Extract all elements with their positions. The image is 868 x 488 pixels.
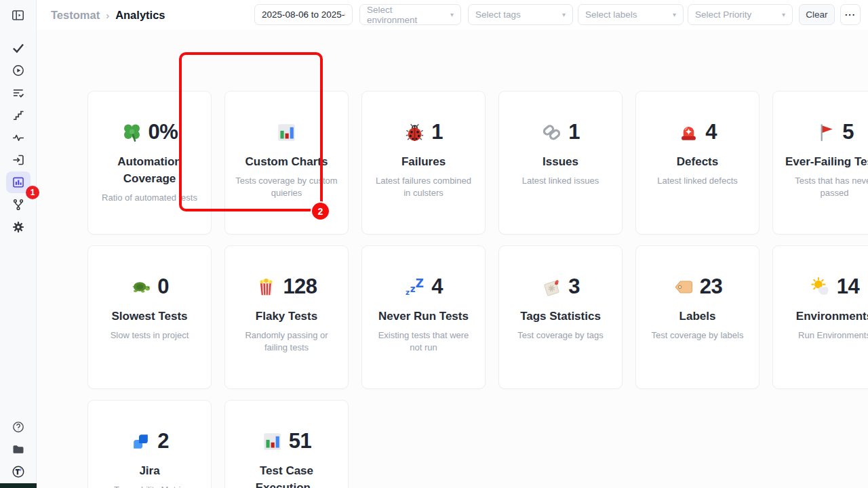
clover-icon <box>121 122 142 143</box>
card-value: 3 <box>568 274 580 299</box>
card-tags-statistics[interactable]: 3Tags StatisticsTest coverage by tags <box>498 245 623 389</box>
date-range-input[interactable] <box>254 4 353 25</box>
filter-select-tags[interactable]: Select tags▾ <box>468 4 573 25</box>
filter-select-labels[interactable]: Select labels▾ <box>578 4 684 25</box>
card-title: Ever-Failing Tests <box>784 153 868 170</box>
card-failures[interactable]: 1FailuresLatest failures combined in cul… <box>361 91 486 235</box>
card-issues[interactable]: 1IssuesLatest linked issues <box>498 91 623 235</box>
filter-select-priority[interactable]: Select Priority▾ <box>688 4 793 25</box>
card-stat: 51 <box>225 429 348 453</box>
card-flaky-tests[interactable]: 128Flaky TestsRandomly passing or failin… <box>224 245 349 389</box>
bottom-cutoff-bar <box>0 483 37 488</box>
card-title: Jira <box>99 462 201 479</box>
analytics-icon <box>12 176 25 189</box>
card-title: Never Run Tests <box>373 308 475 325</box>
sidebar-item-import[interactable] <box>6 149 31 171</box>
tag-icon <box>673 277 694 298</box>
ladybug-icon <box>404 122 425 143</box>
card-title: Environments <box>784 308 868 325</box>
card-stat: 14 <box>773 274 868 299</box>
breadcrumb-project[interactable]: Testomat <box>51 9 100 22</box>
svg-text:z: z <box>410 283 416 293</box>
card-value: 0 <box>157 274 169 299</box>
card-stat: 3 <box>499 274 622 299</box>
sidebar-item-help[interactable] <box>6 416 31 438</box>
gear-icon <box>12 220 25 234</box>
sidebar-item-gear[interactable] <box>6 216 31 238</box>
card-never-run-tests[interactable]: zzZ4Never Run TestsExisting tests that w… <box>361 245 486 389</box>
card-environments[interactable]: 14EnvironmentsRun Environments <box>772 245 868 389</box>
card-ever-failing-tests[interactable]: 5Ever-Failing TestsTests that has never … <box>772 91 868 235</box>
card-title: Labels <box>647 308 749 325</box>
sidebar-item-testomat-logo[interactable] <box>6 461 31 483</box>
card-value: 5 <box>842 120 854 144</box>
panel-toggle-icon <box>11 8 25 22</box>
bar-chart-icon <box>276 122 297 143</box>
sidebar-item-checkmark[interactable] <box>6 37 31 59</box>
help-icon <box>12 420 25 434</box>
card-defects[interactable]: 4DefectsLatest linked defects <box>635 91 760 235</box>
sidebar-item-list-check[interactable] <box>6 82 31 104</box>
card-stat: 5 <box>773 120 868 144</box>
play-circle-icon <box>12 64 25 77</box>
card-title: Defects <box>647 153 749 170</box>
filter-select-environment[interactable]: Select environment▾ <box>359 4 461 25</box>
select-placeholder: Select tags <box>475 9 521 20</box>
card-value: 128 <box>283 274 317 299</box>
card-subtitle: Test coverage by labels <box>646 329 749 342</box>
card-test-case-execution-monthly[interactable]: 51Test Case Execution - Monthly <box>224 400 349 488</box>
more-options-button[interactable]: ··· <box>840 4 861 25</box>
breadcrumb: Testomat › Analytics <box>51 0 165 30</box>
card-value: 23 <box>700 274 722 299</box>
card-subtitle: Tests that has never passed <box>783 175 868 199</box>
sidebar-item-steps[interactable] <box>6 104 31 126</box>
chevron-down-icon: ▾ <box>782 11 785 18</box>
card-stat: 1 <box>499 120 622 144</box>
card-automation-coverage[interactable]: 0%Automation CoverageRatio of automated … <box>87 91 212 235</box>
card-value: 51 <box>289 429 311 453</box>
card-title: Issues <box>510 153 612 170</box>
bar-chart-icon <box>262 431 283 452</box>
card-value: 1 <box>568 120 580 144</box>
card-stat: 0 <box>88 274 211 299</box>
page-title: Analytics <box>115 9 165 22</box>
zzz-icon: zzZ <box>404 277 425 298</box>
svg-text:z: z <box>406 288 410 296</box>
clear-filters-button[interactable]: Clear <box>799 4 835 25</box>
sidebar-item-pulse[interactable] <box>6 127 31 148</box>
card-labels[interactable]: 23LabelsTest coverage by labels <box>635 245 760 389</box>
card-subtitle: Latest failures combined in culsters <box>372 175 475 199</box>
testomat-logo-icon <box>12 465 25 479</box>
popcorn-icon <box>256 277 277 298</box>
card-value: 14 <box>837 274 859 299</box>
annotation-step-badge: 2 <box>311 201 330 221</box>
sun-cloud-icon <box>810 277 831 298</box>
sidebar-item-folder[interactable] <box>6 439 31 460</box>
card-stat: 128 <box>225 274 348 299</box>
sidebar-notification-badge: 1 <box>26 186 39 199</box>
list-check-icon <box>12 86 25 100</box>
card-subtitle: Tests coverage by custom quieries <box>235 175 338 199</box>
card-subtitle: Traceability Matrix <box>98 484 201 488</box>
link-icon <box>541 122 562 143</box>
card-value: 4 <box>431 274 443 299</box>
card-slowest-tests[interactable]: 0Slowest TestsSlow tests in project <box>87 245 212 389</box>
sidebar-item-play-circle[interactable] <box>6 60 31 81</box>
siren-icon <box>678 122 699 143</box>
analytics-cards-grid: 0%Automation CoverageRatio of automated … <box>87 91 868 488</box>
flag-icon <box>815 122 836 143</box>
card-value: 2 <box>157 429 169 453</box>
card-jira[interactable]: 2JiraTraceability Matrix <box>87 400 212 488</box>
chevron-down-icon: ▾ <box>562 11 566 18</box>
card-title: Flaky Tests <box>236 308 338 325</box>
sidebar-item-branch[interactable] <box>6 194 31 216</box>
card-title: Slowest Tests <box>99 308 201 325</box>
sidebar-toggle-button[interactable] <box>6 4 31 26</box>
card-title: Automation Coverage <box>99 153 201 187</box>
card-title: Failures <box>373 153 475 170</box>
card-stat: 1 <box>362 120 485 144</box>
sidebar <box>0 0 37 488</box>
jira-icon <box>130 431 151 452</box>
pulse-icon <box>12 131 25 144</box>
turtle-icon <box>130 277 151 298</box>
